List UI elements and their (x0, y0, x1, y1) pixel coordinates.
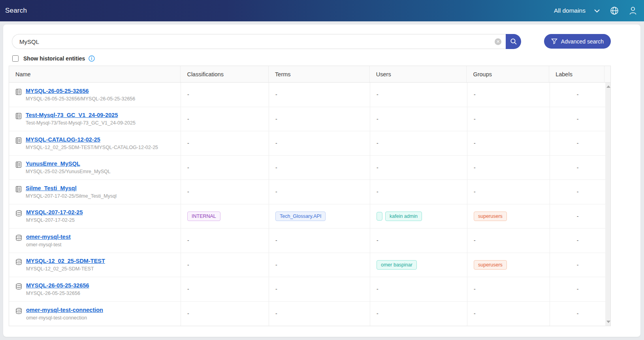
page-title: Search (5, 7, 27, 15)
entity-link[interactable]: omer-mysql-test-connection (26, 306, 103, 314)
classifications-cell: - (181, 107, 269, 131)
globe-icon[interactable] (610, 6, 619, 15)
terms-cell: - (269, 229, 370, 253)
terms-cell: - (269, 131, 370, 155)
table-row: Test-Mysql-73_GC_V1_24-09-2025Test-Mysql… (9, 107, 605, 132)
group-badge[interactable]: superusers (474, 260, 507, 270)
classifications-cell: - (181, 180, 269, 204)
terms-cell: - (269, 302, 370, 326)
entity-path: MYSQL-12_02_25-SDM-TEST/MYSQL-CATALOG-12… (26, 145, 158, 151)
classifications-cell: - (181, 156, 269, 180)
entity-link[interactable]: MYSQL-26-05-25-32656 (26, 282, 89, 289)
name-cell: omer-mysql-testomer-mysql-test (9, 229, 181, 253)
search-results-card: ✕ Advanced search (3, 25, 640, 337)
entity-path: omer-mysql-test-connection (26, 315, 103, 321)
empty-value: - (377, 189, 378, 195)
domain-selector-label: All domains (554, 7, 586, 14)
empty-value: - (474, 310, 476, 317)
entity-path: MYSQL-12_02_25-SDM-TEST (26, 266, 105, 272)
group-badge[interactable]: superusers (474, 212, 507, 221)
empty-value: - (474, 116, 476, 122)
empty-value: - (377, 286, 378, 292)
groups-cell: - (467, 302, 550, 326)
search-bar: ✕ Advanced search (9, 34, 611, 49)
empty-value: - (474, 189, 476, 195)
advanced-search-button[interactable]: Advanced search (544, 34, 611, 49)
classifications-cell: - (181, 229, 269, 253)
entity-link[interactable]: MYSQL-12_02_25-SDM-TEST (26, 257, 105, 264)
entity-link[interactable]: Test-Mysql-73_GC_V1_24-09-2025 (26, 111, 136, 119)
groups-cell: - (467, 107, 550, 131)
table-scrollbar[interactable] (605, 83, 610, 326)
terms-cell: - (269, 253, 370, 277)
empty-value: - (275, 116, 277, 122)
top-navbar: Search All domains (0, 0, 644, 21)
entity-link[interactable]: MYSQL-207-17-02-25 (26, 209, 83, 216)
empty-value: - (187, 286, 189, 292)
user-badge[interactable]: omer baspinar (377, 260, 417, 270)
users-cell: - (370, 302, 467, 326)
table-icon (15, 161, 22, 168)
terms-cell: - (269, 180, 370, 204)
labels-cell: - (550, 180, 605, 204)
scroll-down-icon[interactable] (606, 321, 610, 323)
entity-path: MYSQL-207-17-02-25/Silme_Testi_Mysql (26, 193, 117, 199)
table-row: Silme_Testi_MysqlMYSQL-207-17-02-25/Silm… (9, 180, 605, 204)
empty-value: - (275, 262, 277, 268)
labels-cell: - (550, 107, 605, 131)
name-cell: YunusEmre_MySQLMYSQL-25-02-25/YunusEmre_… (9, 156, 181, 180)
column-header-name: Name (9, 66, 181, 82)
empty-value: - (377, 164, 378, 171)
historical-entities-option: Show historical entities (9, 54, 611, 63)
classifications-cell: - (181, 277, 269, 301)
users-cell: omer baspinar (370, 253, 467, 277)
classification-badge[interactable]: INTERNAL (187, 212, 220, 221)
table-row: MYSQL-CATALOG-12-02-25MYSQL-12_02_25-SDM… (9, 131, 605, 156)
labels-cell: - (550, 156, 605, 180)
users-cell: - (370, 156, 467, 180)
domain-selector[interactable]: All domains (554, 7, 600, 14)
empty-value: - (275, 164, 277, 171)
clear-search-icon[interactable]: ✕ (495, 38, 501, 45)
name-cell: MYSQL-12_02_25-SDM-TESTMYSQL-12_02_25-SD… (9, 253, 181, 277)
empty-value: - (187, 189, 189, 195)
empty-value: - (577, 189, 579, 195)
classifications-cell: - (181, 83, 269, 107)
search-button[interactable] (506, 34, 521, 49)
scroll-up-icon[interactable] (606, 85, 610, 88)
entity-path: omer-mysql-test (26, 242, 71, 248)
database-icon (15, 210, 22, 217)
empty-value: - (275, 237, 277, 244)
entity-path: MYSQL-207-17-02-25 (26, 217, 83, 223)
empty-value: - (187, 237, 189, 244)
table-row: YunusEmre_MySQLMYSQL-25-02-25/YunusEmre_… (9, 156, 605, 180)
empty-value: - (275, 310, 277, 317)
groups-cell: - (467, 180, 550, 204)
info-icon[interactable] (89, 55, 95, 62)
users-cell: - (370, 180, 467, 204)
labels-cell: - (550, 302, 605, 326)
entity-link[interactable]: YunusEmre_MySQL (26, 160, 111, 167)
show-historical-label: Show historical entities (23, 55, 85, 62)
name-cell: omer-mysql-test-connectionomer-mysql-tes… (9, 302, 181, 326)
empty-value: - (474, 140, 476, 146)
search-input[interactable] (12, 34, 506, 49)
table-icon (15, 186, 22, 193)
database-icon (15, 259, 22, 265)
entity-link[interactable]: MYSQL-26-05-25-32656 (26, 87, 135, 94)
empty-value: - (377, 116, 378, 122)
empty-value: - (577, 262, 579, 268)
user-badge[interactable] (377, 212, 382, 221)
name-cell: MYSQL-CATALOG-12-02-25MYSQL-12_02_25-SDM… (9, 131, 181, 155)
term-badge[interactable]: Tech_Glossary.API (275, 212, 326, 221)
empty-value: - (577, 237, 579, 244)
user-icon[interactable] (629, 6, 637, 15)
empty-value: - (577, 140, 579, 146)
name-cell: MYSQL-207-17-02-25MYSQL-207-17-02-25 (9, 204, 181, 229)
show-historical-checkbox[interactable] (12, 55, 19, 62)
terms-cell: - (269, 83, 370, 107)
user-badge[interactable]: kafein admin (385, 212, 422, 221)
entity-link[interactable]: MYSQL-CATALOG-12-02-25 (26, 136, 158, 143)
entity-link[interactable]: omer-mysql-test (26, 233, 71, 240)
entity-link[interactable]: Silme_Testi_Mysql (26, 185, 117, 192)
